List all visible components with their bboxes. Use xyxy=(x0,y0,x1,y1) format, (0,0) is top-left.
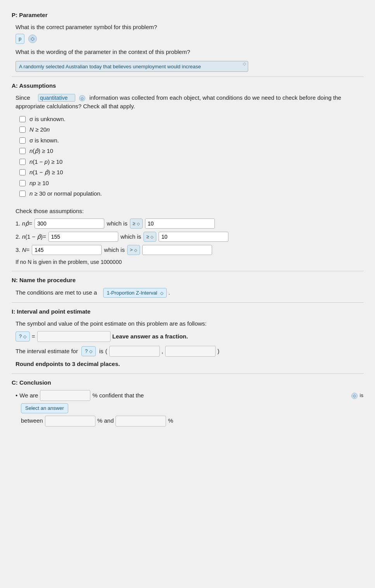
checkbox-n1-phat-10[interactable] xyxy=(19,169,26,175)
assumption-3-spinner: ◇ xyxy=(134,247,137,253)
param-q2: What is the wording of the parameter in … xyxy=(16,48,363,57)
symbol-p-badge[interactable]: p xyxy=(16,34,24,44)
checkbox-label-5: n(1 − p) ≥ 10 xyxy=(29,158,62,167)
bullet-dot: • xyxy=(16,391,17,400)
symbol-q-spinner: ◇ xyxy=(23,334,26,339)
symbol-value-row: ? ◇ = Leave answer as a fraction. xyxy=(16,331,363,342)
assumption-row-3: 3. N= which is > ◇ xyxy=(16,245,363,255)
checkbox-label-7: np ≥ 10 xyxy=(29,179,49,188)
checkbox-n-30[interactable] xyxy=(19,191,26,197)
assumption-1-value2[interactable] xyxy=(145,219,215,229)
assumptions-section: A: Assumptions Since quantitative catego… xyxy=(12,82,363,266)
between-lower-input[interactable] xyxy=(45,416,95,427)
interval-lower-input[interactable] xyxy=(109,346,160,357)
interval-section: I: Interval and point estimate The symbo… xyxy=(12,307,363,369)
since-row: Since quantitative categorical ◇ informa… xyxy=(16,94,363,111)
interval-symbol-q: ? xyxy=(85,348,89,354)
no-n-note: If no N is given in the problem, use 100… xyxy=(16,258,363,266)
assumption-1-comparator[interactable]: ≥ ◇ xyxy=(130,219,143,229)
assumption-2-spinner: ◇ xyxy=(150,234,154,240)
since-spinner: ◇ xyxy=(78,94,88,101)
assumption-1-spinner: ◇ xyxy=(137,221,140,227)
checkbox-np-10[interactable] xyxy=(19,180,26,186)
checkbox-row-7: np ≥ 10 xyxy=(19,179,363,188)
end-pct-text: % xyxy=(168,416,173,425)
conclusion-row-2: between % and % xyxy=(21,416,363,427)
assumption-3-which: which is xyxy=(104,246,124,255)
param-q1: What is the correct parameter symbol for… xyxy=(16,23,363,32)
conclusion-spinner: ◇ is xyxy=(351,392,363,399)
interval-title: I: Interval and point estimate xyxy=(12,307,363,316)
assumptions-body: Since quantitative categorical ◇ informa… xyxy=(16,94,363,267)
checkbox-row-2: N ≥ 20n xyxy=(19,125,363,134)
checkbox-label-6: n(1 − p̂) ≥ 10 xyxy=(29,168,63,177)
procedure-label: 1-Proportion Z-Interval xyxy=(107,290,157,296)
assumption-2-value2[interactable] xyxy=(159,232,228,242)
assumption-row-1: 1. np̂= which is ≥ ◇ xyxy=(16,219,363,229)
checkbox-row-6: n(1 − p̂) ≥ 10 xyxy=(19,168,363,177)
checkbox-nphat-10[interactable] xyxy=(19,148,26,154)
param-wording-input[interactable] xyxy=(16,61,248,72)
pct-confident-text: % confident that the xyxy=(92,391,144,400)
procedure-badge[interactable]: 1-Proportion Z-Interval ◇ xyxy=(103,288,167,298)
paren-close: ) xyxy=(218,347,219,356)
interval-body: The symbol and value of the point estima… xyxy=(16,319,363,369)
divider2 xyxy=(12,271,363,271)
checkbox-row-5: n(1 − p) ≥ 10 xyxy=(19,158,363,167)
interval-text: The symbol and value of the point estima… xyxy=(16,319,363,328)
checkbox-row-8: n ≥ 30 or normal population. xyxy=(19,189,363,198)
confidence-pct-input[interactable] xyxy=(40,390,90,401)
symbol-badge-question[interactable]: ? ◇ xyxy=(16,331,30,342)
checkbox-row-3: σ is known. xyxy=(19,136,363,145)
name-text-pre: The conditions are met to use a xyxy=(16,289,97,296)
assumption-3-comparator[interactable]: > ◇ xyxy=(127,245,140,255)
assumption-2-label: 2. n(1 − p̂)= xyxy=(16,232,46,241)
equals-sign: = xyxy=(32,332,35,341)
checkboxes-container: σ is unknown. N ≥ 20n σ is known. n(p̂) … xyxy=(19,115,363,198)
page-container: P: Parameter What is the correct paramet… xyxy=(0,0,375,588)
divider1 xyxy=(12,76,363,77)
conclusion-title: C: Conclusion xyxy=(12,378,363,387)
name-body: The conditions are met to use a 1-Propor… xyxy=(16,288,363,298)
between-text: between xyxy=(21,416,43,425)
we-are-text: We are xyxy=(19,391,38,400)
assumption-2-input[interactable] xyxy=(48,232,118,242)
assumptions-title: A: Assumptions xyxy=(12,82,363,90)
assumption-3-value2[interactable] xyxy=(142,245,212,255)
assumption-1-input[interactable] xyxy=(35,219,104,229)
checkbox-label-2: N ≥ 20n xyxy=(29,125,50,134)
between-upper-input[interactable] xyxy=(116,416,166,427)
checkbox-label-8: n ≥ 30 or normal population. xyxy=(29,189,102,198)
parameter-section: P: Parameter What is the correct paramet… xyxy=(12,11,363,72)
interval-pre-text: The interval estimate for xyxy=(16,347,78,356)
name-title: N: Name the procedure xyxy=(12,276,363,285)
parameter-title: P: Parameter xyxy=(12,11,363,20)
point-estimate-input[interactable] xyxy=(37,331,111,342)
assumption-3-label: 3. N= xyxy=(16,246,29,255)
check-assumptions-label: Check those assumptions: xyxy=(16,207,363,216)
assumption-2-comparator[interactable]: ≥ ◇ xyxy=(143,232,156,242)
symbol-spinner[interactable]: ◇ xyxy=(28,35,37,43)
checkbox-sigma-known[interactable] xyxy=(19,137,26,144)
interval-upper-input[interactable] xyxy=(165,346,216,357)
assumption-1-which: which is xyxy=(107,219,127,228)
interval-is-text: is xyxy=(99,347,104,356)
checkbox-label-3: σ is known. xyxy=(29,136,59,145)
checkbox-row-4: n(p̂) ≥ 10 xyxy=(19,147,363,156)
select-answer-row: Select an answer xyxy=(21,403,363,413)
interval-symbol-badge[interactable]: ? ◇ xyxy=(81,346,96,356)
divider4 xyxy=(12,373,363,374)
conclusion-body: • We are % confident that the ◇ is Selec… xyxy=(16,390,363,427)
paren-open: ( xyxy=(105,347,107,356)
since-spacer xyxy=(33,94,35,101)
checkbox-sigma-unknown[interactable] xyxy=(19,116,26,122)
name-section: N: Name the procedure The conditions are… xyxy=(12,276,363,298)
checkbox-n1-p-10[interactable] xyxy=(19,159,26,165)
select-answer-badge[interactable]: Select an answer xyxy=(21,403,68,413)
symbol-q-label: ? xyxy=(19,333,23,339)
checkbox-row-1: σ is unknown. xyxy=(19,115,363,124)
since-dropdown[interactable]: quantitative categorical xyxy=(38,94,75,102)
since-spinner-badge: ◇ xyxy=(79,95,85,101)
assumption-3-input[interactable] xyxy=(32,245,102,255)
checkbox-n-20n[interactable] xyxy=(19,127,26,133)
